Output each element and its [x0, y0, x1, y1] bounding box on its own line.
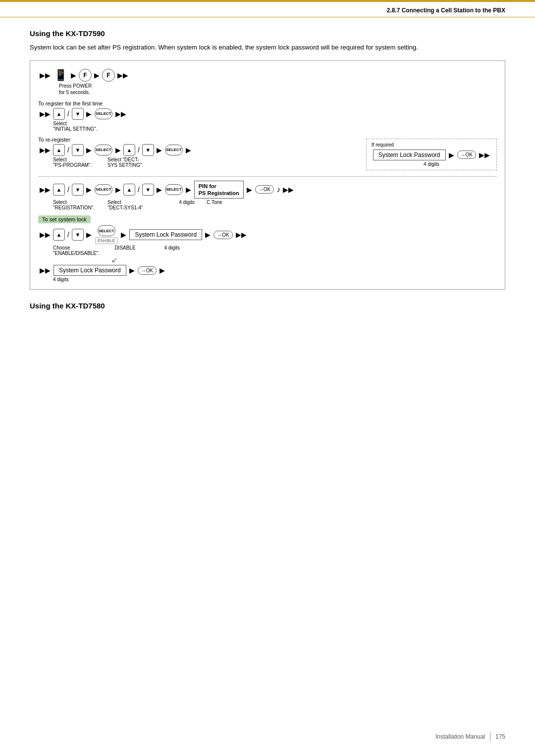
disable-label: DISABLE: [114, 245, 144, 251]
arrow-11: ▶▶: [479, 151, 490, 159]
press-power-label: Press POWERfor 5 seconds.: [38, 83, 497, 96]
phone-icon: 📱: [54, 69, 67, 82]
nav-up-btn-6: ▲: [53, 229, 65, 241]
arrow-6: ▶: [86, 146, 92, 154]
nav-down-btn-5: ▼: [142, 184, 154, 196]
btn-f-1: F: [79, 69, 92, 82]
arrow-17: ▶▶: [283, 186, 294, 194]
arrow-8: ▶: [157, 146, 162, 154]
row3: ▶▶ ▲ / ▼ ▶ SELECT ▶ ▲ / ▼ ▶ SELECT ▶: [38, 144, 366, 156]
set-lock-labels: Choose"ENABLE/DISABLE". DISABLE 4 digits: [38, 245, 497, 256]
double-arrow-6: ▶▶: [40, 266, 51, 274]
arrow-14: ▶: [157, 186, 162, 194]
pin-row: ▶▶ ▲ / ▼ ▶ SELECT ▶ ▲ / ▼ ▶ SELECT ▶ PIN…: [38, 181, 497, 199]
if-required-row: System Lock Password ▶ →OK ▶▶: [372, 150, 491, 160]
footer-divider: [490, 732, 490, 741]
to-re-register-label: To re-register: [38, 137, 366, 143]
enable-label: ENABLE: [95, 237, 118, 244]
four-digits-1: 4 digits: [372, 161, 491, 167]
separator-1: [38, 176, 497, 177]
pin-box: PIN forPS Registration: [194, 181, 244, 199]
btn-f-2: F: [102, 69, 115, 82]
choose-label: Choose"ENABLE/DISABLE".: [53, 245, 100, 256]
ok-btn-4: →OK: [138, 266, 157, 275]
ok-btn-3: →OK: [214, 231, 232, 239]
ps-program-label: Select"PS-PROGRAM".: [53, 157, 107, 168]
final-row: ▶▶ System Lock Password ▶ →OK ▶: [38, 265, 497, 276]
system-lock-section: To set system lock ▶▶ ▲ / ▼ ▶ SELECT ENA…: [38, 215, 497, 282]
arrow-16: ▶: [247, 186, 252, 194]
re-register-row-outer: To re-register ▶▶ ▲ / ▼ ▶ SELECT ▶ ▲ / ▼…: [38, 137, 497, 172]
sys-lock-box-3: System Lock Password: [54, 265, 126, 276]
slash-4: /: [67, 186, 69, 194]
slash-1: /: [67, 110, 69, 118]
nav-down-btn-2: ▼: [72, 144, 84, 156]
content: Using the KX-TD7590 System lock can be s…: [0, 17, 535, 335]
slash-5: /: [138, 186, 140, 194]
double-arrow-1: ▶▶: [40, 71, 51, 79]
arrow-22: ▶: [129, 266, 135, 274]
arrow-2: ▶: [94, 71, 100, 79]
row1: ▶▶ 📱 ▶ F ▶ F ▶▶: [38, 69, 497, 82]
diagram-box: ▶▶ 📱 ▶ F ▶ F ▶▶ Press POWERfor 5 seconds…: [30, 60, 505, 290]
footer-label: Installation Manual: [435, 733, 485, 740]
re-register-col: To re-register ▶▶ ▲ / ▼ ▶ SELECT ▶ ▲ / ▼…: [38, 137, 366, 168]
footer: Installation Manual 175: [435, 732, 505, 741]
dect-sys-label: Select "DECT-SYS SETTING".: [107, 157, 143, 168]
double-arrow-4: ▶▶: [40, 186, 51, 194]
arrow-12: ▶: [86, 186, 92, 194]
arrow-4: ▶: [86, 110, 92, 118]
double-arrow-3: ▶▶: [40, 146, 51, 154]
four-digits-final: 4 digits: [38, 277, 497, 282]
slash-2: /: [67, 146, 69, 154]
double-arrow-2: ▶▶: [40, 110, 51, 118]
select-btn-5: SELECT: [165, 184, 183, 195]
select-btn-2: SELECT: [95, 145, 112, 155]
header-section: 2.8.7 Connecting a Cell Station to the P…: [0, 2, 535, 17]
enable-disable-col: SELECT ENABLE: [95, 225, 118, 244]
nav-up-btn-4: ▲: [53, 184, 65, 196]
arrow-3: ▶▶: [117, 71, 128, 79]
arrow-21: ▶▶: [236, 231, 247, 239]
registration-label: Select"REGISTRATION".: [53, 200, 107, 210]
if-required-label: If required: [372, 142, 491, 148]
header-text: 2.8.7 Connecting a Cell Station to the P…: [387, 7, 505, 14]
nav-down-btn-3: ▼: [142, 144, 154, 156]
ok-btn-1: →OK: [457, 151, 476, 159]
nav-up-btn-3: ▲: [123, 144, 135, 156]
ctone-label: C.Tone: [207, 200, 222, 210]
dect-sys1-4-label: Select"DECT-SYS1-4": [107, 200, 167, 210]
footer-page: 175: [495, 733, 505, 740]
sys-lock-box-1: System Lock Password: [373, 150, 446, 160]
ok-btn-2: →OK: [255, 185, 274, 194]
intro-text: System lock can be set after PS registra…: [30, 43, 505, 52]
section1-title: Using the KX-TD7590: [30, 29, 505, 38]
four-digits-lock: 4 digits: [164, 245, 204, 251]
if-required-box: If required System Lock Password ▶ →OK ▶…: [366, 139, 497, 170]
nav-down-btn-1: ▼: [72, 108, 84, 120]
arrow-15: ▶: [186, 186, 191, 194]
arrow-23: ▶: [160, 266, 165, 274]
nav-down-btn-4: ▼: [72, 184, 84, 196]
nav-up-btn-1: ▲: [53, 108, 65, 120]
select-btn-1: SELECT: [95, 108, 112, 119]
page: 2.8.7 Connecting a Cell Station to the P…: [0, 0, 535, 756]
arrow-7: ▶: [115, 146, 121, 154]
to-set-system-lock-label: To set system lock: [38, 215, 91, 223]
pin-labels: Select"REGISTRATION". Select"DECT-SYS1-4…: [38, 200, 497, 210]
select-btn-4: SELECT: [95, 184, 112, 195]
arrow-1: ▶: [71, 71, 76, 79]
select-btn-3: SELECT: [165, 145, 183, 155]
pin-section: ▶▶ ▲ / ▼ ▶ SELECT ▶ ▲ / ▼ ▶ SELECT ▶ PIN…: [38, 181, 497, 211]
select-btn-6: SELECT: [98, 225, 115, 236]
disable-arrow: ↙: [111, 256, 497, 264]
arrow-5: ▶▶: [115, 110, 126, 118]
section2-title: Using the KX-TD7580: [30, 302, 505, 310]
re-register-labels: Select"PS-PROGRAM". Select "DECT-SYS SET…: [38, 157, 366, 168]
select-initial-label: Select"INITIAL SETTING".: [38, 121, 497, 132]
row2: ▶▶ ▲ / ▼ ▶ SELECT ▶▶: [38, 108, 497, 120]
first-register-section: To register for the first time ▶▶ ▲ / ▼ …: [38, 101, 497, 132]
arrow-18: ▶: [86, 231, 92, 239]
pin-for-ps-label: PIN forPS Registration: [199, 183, 239, 197]
double-arrow-5: ▶▶: [40, 231, 51, 239]
